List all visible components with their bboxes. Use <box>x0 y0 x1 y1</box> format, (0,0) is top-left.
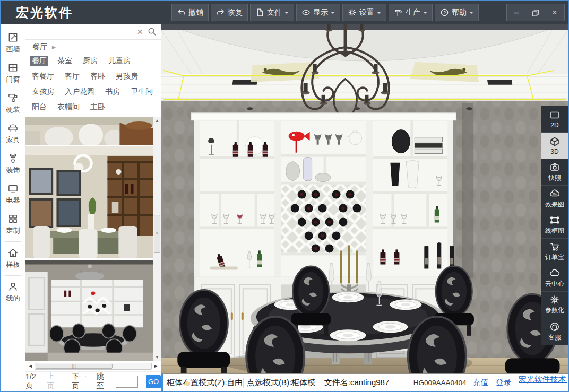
view-3d-button[interactable]: 3D <box>541 133 568 159</box>
redo-button[interactable]: 恢复 <box>211 4 248 21</box>
scroll-up-icon[interactable]: ▲ <box>155 118 159 123</box>
horizontal-scrollbar[interactable]: ◄ ||| ► <box>28 362 158 370</box>
scroll-right-icon[interactable]: ► <box>153 363 158 369</box>
thumbnail-image <box>25 117 153 145</box>
license-code: HG009AAA0404 <box>413 379 467 387</box>
clear-search-icon[interactable]: × <box>137 27 143 37</box>
chevron-down-icon <box>423 12 427 16</box>
horizontal-scroll-track[interactable]: ||| <box>35 363 152 370</box>
undo-button[interactable]: 撤销 <box>171 4 209 21</box>
person-icon <box>7 281 19 292</box>
prev-page-button[interactable]: 上一页 <box>47 372 64 391</box>
nav-hard-decoration[interactable]: 硬装 <box>1 89 25 119</box>
pick-mode-status: 点选模式(B):柜体模 <box>244 378 321 388</box>
tech-support-link[interactable]: 宏光软件技术支持:400…… <box>519 375 567 391</box>
thumbnail-image <box>25 146 153 258</box>
app-logo: 宏光软件 <box>16 4 73 21</box>
search-icon[interactable] <box>148 27 157 36</box>
tag-kecanting[interactable]: 客餐厅 <box>30 71 56 82</box>
cloud-icon <box>549 268 560 278</box>
tag-ruhuhuayuan[interactable]: 入户花园 <box>63 86 96 97</box>
vertical-scroll-thumb[interactable]: ≡ <box>154 215 160 253</box>
headset-icon <box>549 321 560 332</box>
recharge-link[interactable]: 充值 <box>473 378 489 388</box>
house-icon <box>7 247 19 258</box>
nav-door-window[interactable]: 门窗 <box>1 58 25 89</box>
ceiling <box>161 24 568 103</box>
tag-ertongfang[interactable]: 儿童房 <box>107 56 132 66</box>
view-toolbar: 2D 3D 快照 HG 效果图 <box>541 106 568 345</box>
jump-page-input[interactable] <box>116 376 138 388</box>
tag-weishengjian[interactable]: 卫生间 <box>129 86 154 97</box>
cloud-center-button[interactable]: 云中心 <box>541 265 568 292</box>
gear-icon <box>549 294 560 305</box>
plant-icon <box>7 153 19 164</box>
help-menu-button[interactable]: ? 帮助 <box>435 4 479 21</box>
thumbnail-dining-2[interactable] <box>25 146 153 258</box>
tag-yimaojian[interactable]: 衣帽间 <box>56 102 81 112</box>
restore-button[interactable] <box>526 4 545 21</box>
nav-appliance[interactable]: 电器 <box>1 179 25 210</box>
next-page-button[interactable]: 下一页 <box>72 372 89 391</box>
tag-chashi[interactable]: 茶室 <box>56 56 74 66</box>
view-2d-button[interactable]: 2D <box>541 106 568 133</box>
tag-kewo[interactable]: 客卧 <box>89 71 107 82</box>
nav-draw-wall[interactable]: 画墙 <box>1 28 25 58</box>
vertical-scrollbar[interactable]: ▲ ≡ ▼ <box>153 117 161 361</box>
horizontal-scroll-thumb[interactable]: ||| <box>36 364 113 369</box>
production-menu-button[interactable]: 生产 <box>389 4 433 21</box>
eye-icon <box>301 8 311 17</box>
file-menu-button[interactable]: 文件 <box>250 4 294 21</box>
customer-service-button[interactable]: 客服 <box>541 318 568 345</box>
tag-canting[interactable]: 餐厅 <box>30 56 48 66</box>
tv-icon <box>7 183 19 194</box>
render-button[interactable]: HG 效果图 <box>541 186 568 212</box>
snapshot-button[interactable]: 快照 <box>541 159 568 186</box>
tag-nvhaifang[interactable]: 女孩房 <box>30 86 56 97</box>
nav-decoration[interactable]: 装饰 <box>1 149 25 179</box>
tag-keting[interactable]: 客厅 <box>63 71 81 82</box>
cabinet-mode-status: 柜体布置模式(Z):自由布 <box>163 378 243 388</box>
thumbnail-dining-1[interactable] <box>25 117 153 145</box>
close-button[interactable]: × <box>545 4 564 21</box>
file-icon <box>255 8 264 17</box>
nav-furniture[interactable]: 家具 <box>1 119 25 149</box>
breadcrumb[interactable]: 餐厅 ▶ <box>25 40 161 54</box>
tag-zhuwo[interactable]: 主卧 <box>89 102 107 112</box>
hammer-icon <box>394 8 403 17</box>
svg-text:HG: HG <box>553 193 557 195</box>
window-icon <box>7 62 19 73</box>
display-menu-button[interactable]: 显示 <box>296 4 340 21</box>
settings-menu-button[interactable]: 设置 <box>342 4 386 21</box>
chevron-down-icon <box>377 12 381 16</box>
thumbnail-image <box>25 260 153 361</box>
cart-icon <box>549 241 560 252</box>
tag-chufang[interactable]: 厨房 <box>81 56 99 66</box>
tag-shufang[interactable]: 书房 <box>104 86 122 97</box>
wireframe-icon <box>549 215 560 225</box>
nav-mine[interactable]: 我的 <box>1 277 25 308</box>
viewport-3d-scene <box>161 24 568 373</box>
scroll-down-icon[interactable]: ▼ <box>155 355 159 360</box>
parametric-button[interactable]: 参数化 <box>541 292 568 318</box>
paint-roller-icon <box>7 92 19 103</box>
tag-yangtai[interactable]: 阳台 <box>30 102 48 112</box>
login-link[interactable]: 登录 <box>496 378 512 388</box>
viewport-3d[interactable]: 2D 3D 快照 HG 效果图 <box>161 24 568 374</box>
camera-icon <box>549 162 560 172</box>
room-category-tags: 餐厅 茶室 厨房 儿童房 客餐厅 客厅 客卧 男孩房 女孩房 入户花园 书房 卫… <box>25 54 161 117</box>
app-window: 宏光软件 撤销 恢复 文件 显示 设置 <box>0 0 569 392</box>
minimize-button[interactable] <box>507 4 526 21</box>
nav-custom[interactable]: 定制 <box>1 210 25 240</box>
tag-nanhaifang[interactable]: 男孩房 <box>114 71 140 82</box>
scroll-left-icon[interactable]: ◄ <box>28 363 33 369</box>
go-button[interactable]: GO <box>146 375 161 388</box>
search-bar: × <box>25 24 161 40</box>
3d-cube-icon <box>549 136 560 147</box>
file-name-status: 文件名:canting987 <box>321 378 407 388</box>
wireframe-button[interactable]: 线框图 <box>541 212 568 239</box>
thumbnail-dining-3[interactable] <box>25 260 153 361</box>
nav-template[interactable]: 样板 <box>1 243 25 274</box>
order-button[interactable]: 订单宝 <box>541 239 568 265</box>
search-input[interactable] <box>30 27 132 37</box>
